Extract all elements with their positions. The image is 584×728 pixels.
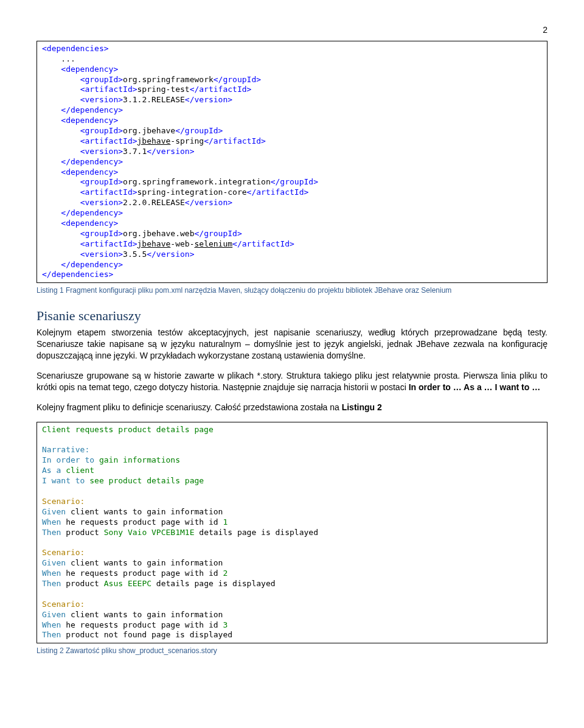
caption-listing-1: Listing 1 Fragment konfiguracji pliku po… <box>36 285 548 295</box>
page-number: 2 <box>36 24 548 36</box>
code-listing-2: Client requests product details page Nar… <box>36 422 548 644</box>
code-listing-1: <dependencies> ... <dependency> <groupId… <box>36 41 548 283</box>
caption-listing-2: Listing 2 Zawartość pliku show_product_s… <box>36 646 548 656</box>
heading-pisanie-scenariuszy: Pisanie scenariuszy <box>36 307 548 325</box>
paragraph-2: Scenariusze grupowane są w historie zawa… <box>36 370 548 393</box>
paragraph-1: Kolejnym etapem stworzenia testów akcept… <box>36 327 548 362</box>
paragraph-3: Kolejny fragment pliku to definicje scen… <box>36 402 548 413</box>
